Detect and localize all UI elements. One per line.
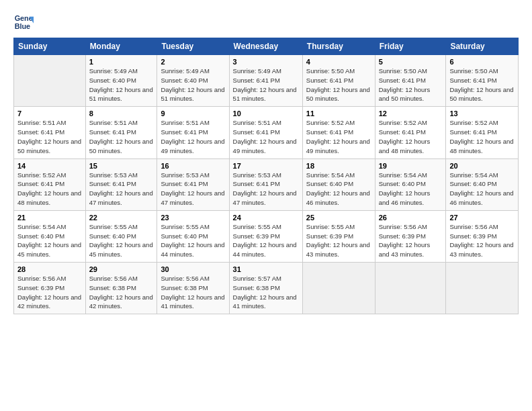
day-detail: Sunrise: 5:53 AMSunset: 6:41 PMDaylight:…	[89, 171, 153, 206]
day-number: 8	[89, 109, 154, 118]
day-detail: Sunrise: 5:51 AMSunset: 6:41 PMDaylight:…	[89, 119, 153, 154]
calendar-cell: 12Sunrise: 5:52 AMSunset: 6:41 PMDayligh…	[375, 107, 446, 158]
calendar-cell: 20Sunrise: 5:54 AMSunset: 6:40 PMDayligh…	[446, 158, 519, 210]
day-number: 21	[17, 214, 82, 222]
day-number: 31	[233, 265, 299, 273]
day-detail: Sunrise: 5:55 AMSunset: 6:40 PMDaylight:…	[89, 223, 153, 258]
calendar-cell: 7Sunrise: 5:51 AMSunset: 6:41 PMDaylight…	[14, 107, 86, 158]
day-detail: Sunrise: 5:57 AMSunset: 6:38 PMDaylight:…	[233, 275, 297, 310]
calendar-cell: 25Sunrise: 5:55 AMSunset: 6:39 PMDayligh…	[302, 210, 375, 262]
day-detail: Sunrise: 5:50 AMSunset: 6:41 PMDaylight:…	[306, 67, 370, 102]
header-cell-monday: Monday	[85, 38, 157, 55]
day-detail: Sunrise: 5:55 AMSunset: 6:40 PMDaylight:…	[161, 223, 224, 258]
day-detail: Sunrise: 5:53 AMSunset: 6:41 PMDaylight:…	[233, 171, 297, 206]
day-number: 5	[379, 58, 443, 66]
calendar-cell: 26Sunrise: 5:56 AMSunset: 6:39 PMDayligh…	[375, 210, 446, 262]
day-detail: Sunrise: 5:49 AMSunset: 6:41 PMDaylight:…	[233, 67, 297, 102]
calendar-cell: 4Sunrise: 5:50 AMSunset: 6:41 PMDaylight…	[302, 55, 375, 107]
day-detail: Sunrise: 5:56 AMSunset: 6:39 PMDaylight:…	[17, 275, 81, 310]
day-number: 7	[17, 109, 82, 118]
day-detail: Sunrise: 5:51 AMSunset: 6:41 PMDaylight:…	[17, 119, 81, 154]
calendar-cell: 16Sunrise: 5:53 AMSunset: 6:41 PMDayligh…	[157, 158, 229, 210]
header-cell-thursday: Thursday	[302, 38, 375, 55]
day-number: 2	[161, 58, 225, 66]
calendar-cell: 15Sunrise: 5:53 AMSunset: 6:41 PMDayligh…	[85, 158, 157, 210]
day-number: 27	[449, 214, 515, 222]
day-detail: Sunrise: 5:56 AMSunset: 6:39 PMDaylight:…	[379, 223, 431, 258]
day-detail: Sunrise: 5:49 AMSunset: 6:40 PMDaylight:…	[161, 67, 224, 102]
header-cell-friday: Friday	[375, 38, 446, 55]
day-number: 24	[233, 214, 299, 222]
day-number: 30	[161, 265, 225, 273]
day-number: 17	[233, 162, 299, 170]
day-number: 4	[306, 58, 371, 66]
week-row-2: 14Sunrise: 5:52 AMSunset: 6:41 PMDayligh…	[14, 158, 519, 210]
day-number: 15	[89, 162, 154, 170]
day-detail: Sunrise: 5:56 AMSunset: 6:38 PMDaylight:…	[89, 275, 153, 310]
calendar-cell: 6Sunrise: 5:50 AMSunset: 6:41 PMDaylight…	[446, 55, 519, 107]
day-detail: Sunrise: 5:52 AMSunset: 6:41 PMDaylight:…	[449, 119, 513, 154]
day-number: 16	[161, 162, 225, 170]
day-number: 20	[449, 162, 515, 170]
calendar-cell: 14Sunrise: 5:52 AMSunset: 6:41 PMDayligh…	[14, 158, 86, 210]
day-number: 14	[17, 162, 82, 170]
calendar-cell	[302, 263, 375, 314]
calendar-cell	[14, 55, 86, 107]
calendar-cell: 1Sunrise: 5:49 AMSunset: 6:40 PMDaylight…	[85, 55, 157, 107]
calendar-cell	[446, 263, 519, 314]
calendar-cell: 3Sunrise: 5:49 AMSunset: 6:41 PMDaylight…	[229, 55, 302, 107]
logo: General Blue	[13, 12, 34, 32]
header-cell-tuesday: Tuesday	[157, 38, 229, 55]
day-detail: Sunrise: 5:50 AMSunset: 6:41 PMDaylight:…	[379, 67, 431, 102]
calendar-cell: 28Sunrise: 5:56 AMSunset: 6:39 PMDayligh…	[14, 263, 86, 314]
calendar-cell: 10Sunrise: 5:51 AMSunset: 6:41 PMDayligh…	[229, 107, 302, 158]
calendar-body: 1Sunrise: 5:49 AMSunset: 6:40 PMDaylight…	[14, 55, 519, 314]
header-cell-wednesday: Wednesday	[229, 38, 302, 55]
calendar-cell: 21Sunrise: 5:54 AMSunset: 6:40 PMDayligh…	[14, 210, 86, 262]
calendar-cell	[375, 263, 446, 314]
day-detail: Sunrise: 5:53 AMSunset: 6:41 PMDaylight:…	[161, 171, 224, 206]
calendar-cell: 9Sunrise: 5:51 AMSunset: 6:41 PMDaylight…	[157, 107, 229, 158]
day-detail: Sunrise: 5:56 AMSunset: 6:39 PMDaylight:…	[449, 223, 513, 258]
day-number: 12	[379, 109, 443, 118]
day-number: 25	[306, 214, 371, 222]
calendar-cell: 23Sunrise: 5:55 AMSunset: 6:40 PMDayligh…	[157, 210, 229, 262]
day-detail: Sunrise: 5:50 AMSunset: 6:41 PMDaylight:…	[449, 67, 513, 102]
calendar-table: SundayMondayTuesdayWednesdayThursdayFrid…	[13, 38, 519, 314]
calendar-cell: 19Sunrise: 5:54 AMSunset: 6:40 PMDayligh…	[375, 158, 446, 210]
logo-icon: General Blue	[13, 12, 34, 32]
day-detail: Sunrise: 5:54 AMSunset: 6:40 PMDaylight:…	[17, 223, 81, 258]
day-detail: Sunrise: 5:54 AMSunset: 6:40 PMDaylight:…	[379, 171, 431, 206]
week-row-4: 28Sunrise: 5:56 AMSunset: 6:39 PMDayligh…	[14, 263, 519, 314]
week-row-1: 7Sunrise: 5:51 AMSunset: 6:41 PMDaylight…	[14, 107, 519, 158]
day-detail: Sunrise: 5:55 AMSunset: 6:39 PMDaylight:…	[233, 223, 297, 258]
svg-text:Blue: Blue	[15, 22, 30, 30]
day-detail: Sunrise: 5:51 AMSunset: 6:41 PMDaylight:…	[233, 119, 297, 154]
day-number: 10	[233, 109, 299, 118]
page-header: General Blue	[13, 12, 519, 32]
day-detail: Sunrise: 5:54 AMSunset: 6:40 PMDaylight:…	[306, 171, 370, 206]
calendar-cell: 8Sunrise: 5:51 AMSunset: 6:41 PMDaylight…	[85, 107, 157, 158]
calendar-cell: 29Sunrise: 5:56 AMSunset: 6:38 PMDayligh…	[85, 263, 157, 314]
day-number: 6	[449, 58, 515, 66]
calendar-cell: 11Sunrise: 5:52 AMSunset: 6:41 PMDayligh…	[302, 107, 375, 158]
calendar-cell: 18Sunrise: 5:54 AMSunset: 6:40 PMDayligh…	[302, 158, 375, 210]
day-detail: Sunrise: 5:55 AMSunset: 6:39 PMDaylight:…	[306, 223, 370, 258]
day-detail: Sunrise: 5:56 AMSunset: 6:38 PMDaylight:…	[161, 275, 224, 310]
day-detail: Sunrise: 5:52 AMSunset: 6:41 PMDaylight:…	[17, 171, 81, 206]
calendar-cell: 2Sunrise: 5:49 AMSunset: 6:40 PMDaylight…	[157, 55, 229, 107]
day-number: 13	[449, 109, 515, 118]
header-cell-sunday: Sunday	[14, 38, 86, 55]
day-detail: Sunrise: 5:49 AMSunset: 6:40 PMDaylight:…	[89, 67, 153, 102]
day-detail: Sunrise: 5:54 AMSunset: 6:40 PMDaylight:…	[449, 171, 513, 206]
day-number: 11	[306, 109, 371, 118]
day-number: 19	[379, 162, 443, 170]
day-detail: Sunrise: 5:51 AMSunset: 6:41 PMDaylight:…	[161, 119, 224, 154]
day-number: 18	[306, 162, 371, 170]
header-row: SundayMondayTuesdayWednesdayThursdayFrid…	[14, 38, 519, 55]
calendar-header: SundayMondayTuesdayWednesdayThursdayFrid…	[14, 38, 519, 55]
calendar-cell: 22Sunrise: 5:55 AMSunset: 6:40 PMDayligh…	[85, 210, 157, 262]
day-detail: Sunrise: 5:52 AMSunset: 6:41 PMDaylight:…	[379, 119, 431, 154]
week-row-3: 21Sunrise: 5:54 AMSunset: 6:40 PMDayligh…	[14, 210, 519, 262]
day-number: 28	[17, 265, 82, 273]
